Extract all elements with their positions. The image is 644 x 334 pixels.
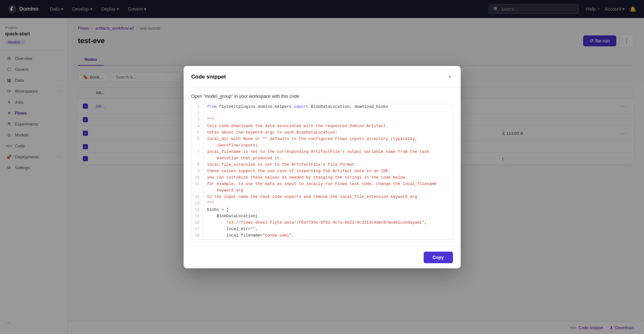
code-line-17: 17 local_dir="", [192,227,453,233]
code-line-2: 2 [192,111,453,117]
code-line-6b: /workflow/inputs). [192,143,453,149]
code-line-15: 15 BlobDataLocation( [192,214,453,220]
modal-footer: Copy [184,246,461,268]
code-line-12: 12 to the input name the task code expec… [192,194,453,201]
modal-body: Open "model_group" in your workspace wit… [184,87,461,246]
code-line-3: 3 """ [192,117,453,124]
modal-description: Open "model_group" in your workspace wit… [191,94,453,99]
copy-button[interactable]: Copy [424,252,453,263]
code-line-4: 4 this code downloads the data associate… [192,124,453,130]
code-line-10: 10 you can customize these values as nee… [192,175,453,181]
code-snippet-modal: Code snippet × Open "model_group" in you… [184,66,461,268]
code-line-7b: execution that produced it. [192,156,453,162]
code-line-6: 6 local_dir with None or "" defaults to … [192,136,453,143]
code-line-14: 14 blobs = [ [192,207,453,214]
code-line-1: 1 from flytekitplugins.domino.helpers im… [192,104,453,111]
code-line-9: 9 these values support the use case of i… [192,169,453,175]
code-line-7: 7 local_filename is set to the correspon… [192,149,453,156]
code-line-11: 11 for example, to use the data as input… [192,181,453,188]
code-line-16: 16 "s3://flows-devel-flyte-data//f6af795… [192,220,453,227]
modal-header: Code snippet × [184,66,461,87]
code-line-5: 5 notes about the keyword args to each B… [192,130,453,136]
code-line-13: 13 """ [192,201,453,207]
code-line-11b: keyword arg [192,188,453,194]
modal-title: Code snippet [191,74,226,80]
modal-close-button[interactable]: × [447,72,453,82]
code-block: 1 from flytekitplugins.domino.helpers im… [191,104,453,240]
modal-overlay: Code snippet × Open "model_group" in you… [0,0,644,334]
code-line-8: 8 local_file_extension is set to the Art… [192,162,453,169]
code-line-18: 18 local filename="conda.vaml". [192,233,453,239]
